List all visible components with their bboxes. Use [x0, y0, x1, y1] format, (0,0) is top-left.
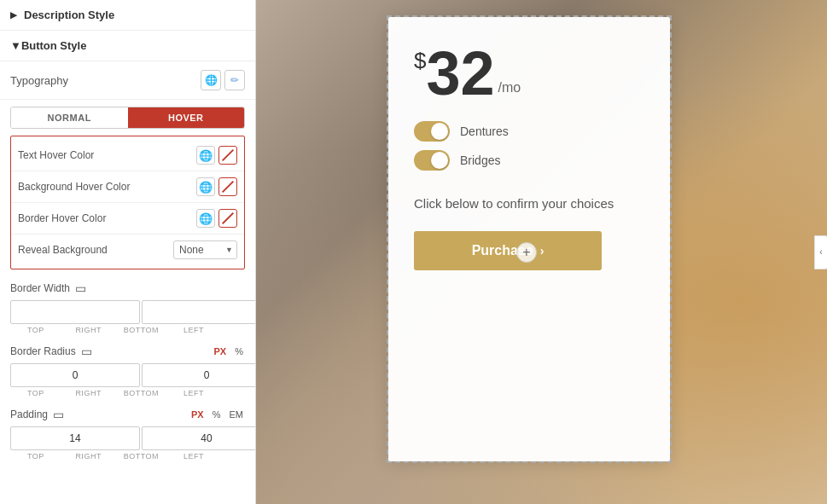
- text-hover-color-row: Text Hover Color 🌐: [11, 140, 244, 171]
- padding-right-label: RIGHT: [63, 452, 114, 461]
- monitor-icon: ▭: [75, 281, 86, 295]
- border-width-left-label: LEFT: [168, 326, 219, 334]
- text-hover-color-controls: 🌐: [196, 146, 237, 165]
- typography-icons: 🌐 ✏: [201, 70, 245, 90]
- add-element-btn[interactable]: +: [516, 242, 537, 263]
- padding-link-label: [221, 452, 245, 461]
- right-panel: ‹ $ 32 /mo Dentures Bridges Click below …: [256, 0, 827, 504]
- price-amount: 32: [426, 43, 494, 104]
- bg-hover-color-controls: 🌐: [196, 177, 237, 196]
- border-radius-top-label: TOP: [10, 389, 61, 397]
- padding-bottom-label: BOTTOM: [116, 452, 167, 461]
- dentures-label: Dentures: [460, 125, 509, 138]
- reveal-bg-row: Reveal Background None Color Gradient: [11, 235, 244, 265]
- bridges-label: Bridges: [460, 154, 500, 167]
- bridges-toggle-row: Bridges: [414, 150, 644, 171]
- border-hover-color-label: Border Hover Color: [18, 212, 106, 224]
- border-hover-color-swatch[interactable]: [218, 209, 237, 228]
- dentures-toggle-row: Dentures: [414, 121, 644, 142]
- border-radius-header: Border Radius ▭ PX %: [10, 345, 245, 358]
- dentures-toggle[interactable]: [414, 121, 450, 142]
- border-radius-label: Border Radius: [10, 345, 76, 357]
- border-width-top[interactable]: [10, 300, 140, 324]
- border-radius-px-btn[interactable]: PX: [213, 345, 229, 357]
- collapse-panel-btn[interactable]: ‹: [814, 235, 827, 269]
- reveal-bg-select[interactable]: None Color Gradient: [173, 240, 237, 259]
- border-width-inputs: ⛓: [10, 300, 245, 324]
- description-style-header[interactable]: ▶ Description Style: [0, 0, 255, 31]
- border-radius-percent-btn[interactable]: %: [233, 345, 245, 357]
- padding-px-btn[interactable]: PX: [189, 408, 206, 420]
- pricing-card: $ 32 /mo Dentures Bridges Click below to…: [388, 17, 670, 461]
- padding-inputs: ⛓: [10, 426, 245, 450]
- purchase-chevron: ›: [540, 244, 545, 258]
- bg-hover-color-swatch[interactable]: [218, 177, 237, 196]
- bridges-toggle[interactable]: [414, 150, 450, 171]
- border-radius-section: Border Radius ▭ PX % ⛓ TOP RIGHT BOTTOM …: [0, 338, 255, 401]
- edit-icon[interactable]: ✏: [224, 70, 245, 90]
- bg-hover-globe-icon[interactable]: 🌐: [196, 177, 215, 196]
- border-radius-monitor-icon: ▭: [81, 345, 92, 358]
- text-hover-color-swatch[interactable]: [218, 146, 237, 165]
- border-width-section: Border Width ▭ ⛓ TOP RIGHT BOTTOM LEFT: [0, 275, 255, 338]
- bg-hover-color-label: Background Hover Color: [18, 181, 130, 193]
- border-hover-color-row: Border Hover Color 🌐: [11, 203, 244, 235]
- border-radius-left-label: LEFT: [168, 389, 219, 397]
- hover-tab[interactable]: HOVER: [128, 107, 245, 128]
- border-radius-right-label: RIGHT: [63, 389, 114, 397]
- border-hover-globe-icon[interactable]: 🌐: [196, 209, 215, 228]
- border-radius-right[interactable]: [142, 363, 256, 387]
- confirm-text: Click below to confirm your choices: [414, 194, 644, 214]
- button-style-arrow: ▼: [10, 39, 21, 52]
- padding-label: Padding: [10, 408, 48, 420]
- text-hover-color-label: Text Hover Color: [18, 149, 94, 161]
- button-style-header[interactable]: ▼ Button Style: [0, 31, 255, 61]
- dollar-sign: $: [414, 49, 426, 72]
- border-radius-labels: TOP RIGHT BOTTOM LEFT: [10, 389, 245, 397]
- border-width-header: Border Width ▭: [10, 281, 245, 295]
- description-style-arrow: ▶: [10, 10, 17, 20]
- padding-header: Padding ▭ PX % EM: [10, 408, 245, 421]
- border-width-link-label: [221, 326, 245, 334]
- border-width-labels: TOP RIGHT BOTTOM LEFT: [10, 326, 245, 334]
- padding-percent-btn[interactable]: %: [211, 408, 223, 420]
- padding-em-btn[interactable]: EM: [228, 408, 246, 420]
- border-hover-color-controls: 🌐: [196, 209, 237, 228]
- padding-monitor-icon: ▭: [53, 408, 64, 421]
- style-tabs: NORMAL HOVER: [10, 107, 245, 129]
- price-period: /mo: [498, 80, 521, 96]
- padding-labels: TOP RIGHT BOTTOM LEFT: [10, 452, 245, 461]
- button-style-label: Button Style: [21, 39, 87, 52]
- padding-right[interactable]: [142, 426, 256, 450]
- border-width-top-label: TOP: [10, 326, 61, 334]
- normal-tab[interactable]: NORMAL: [11, 107, 128, 128]
- text-hover-globe-icon[interactable]: 🌐: [196, 146, 215, 165]
- border-radius-inputs: ⛓: [10, 363, 245, 387]
- border-width-bottom-label: BOTTOM: [116, 326, 167, 334]
- bg-hover-color-row: Background Hover Color 🌐: [11, 171, 244, 203]
- price-display: $ 32 /mo: [414, 43, 644, 104]
- description-style-label: Description Style: [24, 9, 114, 21]
- globe-icon[interactable]: 🌐: [201, 70, 221, 90]
- typography-label: Typography: [10, 74, 68, 87]
- border-width-label: Border Width: [10, 282, 70, 294]
- padding-left-label: LEFT: [168, 452, 219, 461]
- reveal-bg-label: Reveal Background: [18, 244, 108, 256]
- purchase-button[interactable]: Purchase ›: [414, 231, 602, 270]
- border-radius-bottom-label: BOTTOM: [116, 389, 167, 397]
- padding-section: Padding ▭ PX % EM ⛓ TOP RIGHT BOTTOM LEF…: [0, 401, 255, 464]
- padding-top-label: TOP: [10, 452, 61, 461]
- border-width-right[interactable]: [142, 300, 256, 324]
- border-radius-link-label: [221, 389, 245, 397]
- border-width-right-label: RIGHT: [63, 326, 114, 334]
- padding-top[interactable]: [10, 426, 140, 450]
- left-panel: ▶ Description Style ▼ Button Style Typog…: [0, 0, 256, 504]
- reveal-bg-select-wrapper: None Color Gradient: [173, 240, 237, 259]
- typography-row: Typography 🌐 ✏: [0, 61, 255, 100]
- border-radius-top[interactable]: [10, 363, 140, 387]
- hover-options-box: Text Hover Color 🌐 Background Hover Colo…: [10, 136, 245, 269]
